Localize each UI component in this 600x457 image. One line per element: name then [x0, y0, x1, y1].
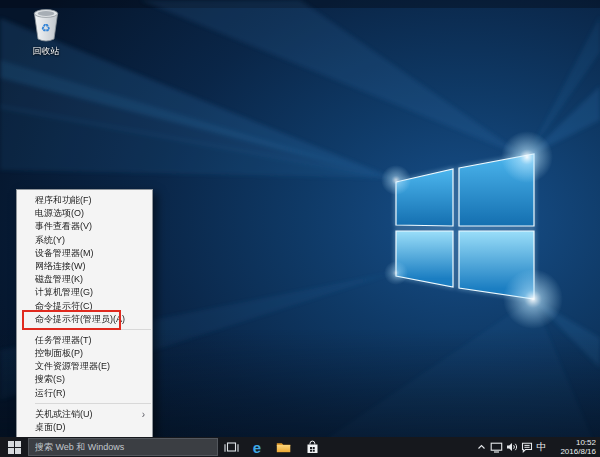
- svg-text:♻: ♻: [41, 22, 51, 35]
- clock-time: 10:52: [549, 438, 596, 447]
- recycle-bin-label: 回收站: [24, 46, 68, 56]
- clock-date: 2016/8/16: [549, 447, 596, 456]
- network-icon: [490, 442, 503, 453]
- menu-item-shutdown-or-signout[interactable]: 关机或注销(U) ›: [17, 408, 152, 421]
- menu-separator: [35, 403, 151, 404]
- ime-label: 中: [537, 437, 547, 457]
- winx-context-menu: 程序和功能(F) 电源选项(O) 事件查看器(V) 系统(Y) 设备管理器(M)…: [16, 189, 153, 438]
- menu-item-programs-and-features[interactable]: 程序和功能(F): [17, 194, 152, 207]
- menu-separator: [35, 329, 151, 330]
- menu-item-disk-management[interactable]: 磁盘管理(K): [17, 273, 152, 286]
- menu-item-system[interactable]: 系统(Y): [17, 234, 152, 247]
- windows-logo-icon: [8, 441, 21, 454]
- edge-button[interactable]: e: [244, 437, 270, 457]
- menu-item-event-viewer[interactable]: 事件查看器(V): [17, 220, 152, 233]
- recycle-bin-icon: ♻: [32, 8, 60, 44]
- menu-item-desktop[interactable]: 桌面(D): [17, 421, 152, 434]
- edge-icon: e: [253, 440, 261, 455]
- store-icon: [306, 440, 319, 454]
- menu-item-control-panel[interactable]: 控制面板(P): [17, 347, 152, 360]
- tray-expand-button[interactable]: [474, 437, 489, 457]
- menu-item-label: 关机或注销(U): [35, 409, 93, 419]
- menu-item-computer-management[interactable]: 计算机管理(G): [17, 286, 152, 299]
- recycle-bin[interactable]: ♻ 回收站: [24, 8, 68, 56]
- action-center-icon: [521, 442, 533, 453]
- store-button[interactable]: [299, 437, 325, 457]
- volume-icon: [506, 442, 518, 452]
- menu-item-device-manager[interactable]: 设备管理器(M): [17, 247, 152, 260]
- menu-item-power-options[interactable]: 电源选项(O): [17, 207, 152, 220]
- volume-button[interactable]: [504, 437, 519, 457]
- menu-item-command-prompt-admin[interactable]: 命令提示符(管理员)(A): [17, 313, 152, 326]
- menu-item-search[interactable]: 搜索(S): [17, 373, 152, 386]
- menu-item-file-explorer[interactable]: 文件资源管理器(E): [17, 360, 152, 373]
- menu-item-network-connections[interactable]: 网络连接(W): [17, 260, 152, 273]
- chevron-up-icon: [477, 443, 486, 451]
- menu-item-command-prompt[interactable]: 命令提示符(C): [17, 300, 152, 313]
- system-tray: 中 10:52 2016/8/16: [474, 437, 600, 457]
- task-view-button[interactable]: [218, 437, 244, 457]
- search-input[interactable]: [28, 438, 218, 456]
- ime-indicator[interactable]: 中: [534, 437, 549, 457]
- clock[interactable]: 10:52 2016/8/16: [549, 438, 600, 456]
- taskbar: e: [0, 437, 600, 457]
- network-status-button[interactable]: [489, 437, 504, 457]
- task-view-icon: [224, 441, 239, 453]
- windows-desktop: ♻ 回收站 程序和功能(F) 电源选项(O) 事件查看器(V) 系统(Y) 设备…: [0, 0, 600, 457]
- submenu-arrow-icon: ›: [142, 408, 145, 421]
- start-button[interactable]: [0, 437, 28, 457]
- file-explorer-icon: [276, 441, 291, 453]
- action-center-button[interactable]: [519, 437, 534, 457]
- file-explorer-button[interactable]: [270, 437, 296, 457]
- menu-item-run[interactable]: 运行(R): [17, 387, 152, 400]
- menu-item-task-manager[interactable]: 任务管理器(T): [17, 334, 152, 347]
